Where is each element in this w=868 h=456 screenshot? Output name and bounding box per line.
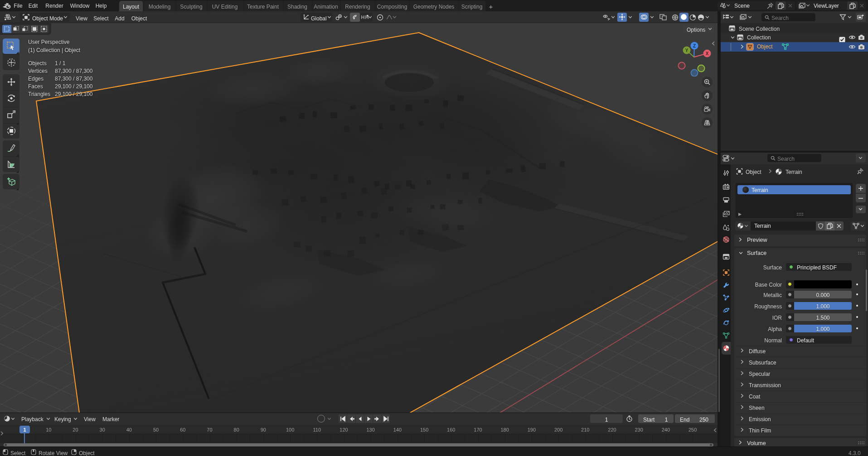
svg-text:Z: Z	[693, 43, 696, 48]
svg-text:X: X	[706, 51, 709, 56]
svg-text:Y: Y	[685, 48, 689, 53]
